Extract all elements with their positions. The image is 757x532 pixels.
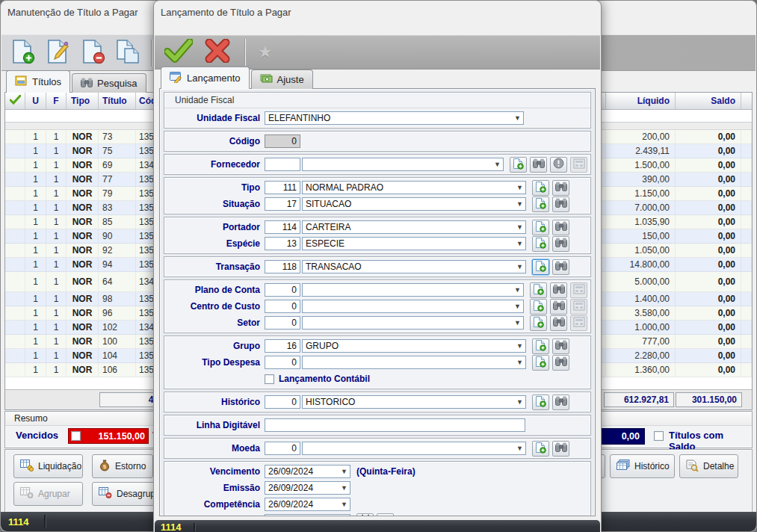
new-record-button[interactable] bbox=[530, 282, 547, 298]
search-button[interactable] bbox=[552, 220, 569, 235]
grupo-combo[interactable]: GRUPO▼ bbox=[302, 339, 526, 353]
tab-pesquisa[interactable]: Pesquisa bbox=[72, 73, 146, 93]
lancamento-contabil-checkbox[interactable] bbox=[265, 374, 274, 384]
tipo-combo[interactable]: NORMAL PADRAO▼ bbox=[302, 181, 526, 194]
emissao-combo[interactable]: 26/09/2024▼ bbox=[265, 481, 350, 495]
transacao-code-field[interactable] bbox=[265, 260, 300, 273]
historico-combo[interactable]: HISTORICO▼ bbox=[302, 395, 526, 409]
unidade-fiscal-combo[interactable]: ELEFANTINHO▼ bbox=[265, 111, 524, 125]
fornecedor-code-field[interactable] bbox=[265, 158, 300, 171]
chevron-down-icon: ▼ bbox=[516, 241, 523, 247]
valor-field[interactable] bbox=[265, 514, 350, 516]
cell-tipo: NOR bbox=[67, 306, 99, 321]
fornecedor-combo[interactable]: ▼ bbox=[302, 158, 504, 171]
search-button[interactable] bbox=[552, 395, 569, 410]
delete-record-button[interactable] bbox=[78, 37, 108, 69]
linha-digitavel-field[interactable] bbox=[265, 418, 525, 432]
new-record-button[interactable] bbox=[530, 299, 547, 315]
cell-u: 1 bbox=[25, 321, 46, 335]
modal-toolbar-separator bbox=[244, 39, 246, 66]
tab-ajuste[interactable]: Ajuste bbox=[251, 69, 313, 89]
column-header-f[interactable]: F bbox=[46, 93, 67, 109]
search-button[interactable] bbox=[550, 315, 567, 331]
situacao-code-field[interactable] bbox=[265, 197, 300, 211]
portador-combo[interactable]: CARTEIRA▼ bbox=[302, 220, 526, 234]
column-header-titulo[interactable]: Título bbox=[99, 93, 136, 109]
cell-titulo: 64 bbox=[99, 272, 136, 292]
portador-code-field[interactable] bbox=[265, 220, 300, 234]
centro-de-custo-code-field[interactable] bbox=[265, 300, 300, 313]
edit-record-button[interactable] bbox=[43, 37, 72, 69]
column-header-saldo[interactable]: Saldo bbox=[676, 93, 741, 109]
centro-de-custo-combo[interactable]: ▼ bbox=[302, 300, 524, 313]
moeda-code-field[interactable] bbox=[265, 442, 300, 455]
confirm-button[interactable] bbox=[164, 37, 194, 68]
new-record-button[interactable] bbox=[530, 315, 547, 331]
new-record-focused-button[interactable] bbox=[532, 259, 549, 275]
search-button[interactable] bbox=[552, 236, 569, 252]
cell-f: 1 bbox=[46, 215, 67, 229]
vencimento-combo[interactable]: 26/09/2024▼ bbox=[265, 465, 350, 478]
historico-button[interactable]: Histórico bbox=[610, 454, 675, 478]
search-button[interactable] bbox=[552, 197, 569, 212]
copy-record-icon bbox=[114, 38, 141, 68]
search-button[interactable] bbox=[550, 299, 567, 315]
new-record-button[interactable] bbox=[532, 197, 549, 212]
new-record-button[interactable] bbox=[532, 441, 549, 457]
column-header-liquido[interactable]: Líquido bbox=[606, 93, 676, 109]
tipo-code-field[interactable] bbox=[265, 181, 300, 194]
cell-sal: 0,00 bbox=[676, 201, 741, 215]
new-record-button[interactable] bbox=[532, 338, 549, 354]
especie-code-field[interactable] bbox=[265, 237, 300, 250]
tipo-despesa-code-field[interactable] bbox=[265, 356, 300, 369]
alert-button[interactable] bbox=[550, 157, 567, 173]
calendar-button[interactable]: 15 bbox=[356, 513, 374, 517]
grupo-code-field[interactable] bbox=[265, 339, 300, 353]
fornecedor-label: Fornecedor bbox=[167, 159, 263, 170]
estorno-button[interactable]: $ Estorno bbox=[92, 454, 153, 478]
linha-digitavel-row: Linha Digitável bbox=[167, 417, 587, 433]
plano-de-conta-combo[interactable]: ▼ bbox=[302, 283, 524, 297]
setor-code-field[interactable] bbox=[265, 316, 300, 330]
moeda-combo[interactable]: ▼ bbox=[302, 442, 526, 455]
vencidos-checkbox[interactable] bbox=[71, 431, 81, 441]
cell-sal: 0,00 bbox=[676, 244, 741, 258]
cell-sp bbox=[741, 272, 752, 292]
new-record-button[interactable] bbox=[7, 37, 37, 69]
search-button[interactable] bbox=[530, 157, 547, 173]
column-header-u[interactable]: U bbox=[25, 93, 46, 109]
search-button[interactable] bbox=[552, 441, 569, 457]
situacao-combo[interactable]: SITUACAO▼ bbox=[302, 197, 526, 211]
desagrupar-button[interactable]: Desagrupar bbox=[92, 482, 159, 506]
search-button[interactable] bbox=[552, 180, 569, 196]
clear-broom-button[interactable] bbox=[377, 513, 394, 517]
new-record-button[interactable] bbox=[510, 157, 527, 173]
cell-sel bbox=[5, 201, 25, 215]
search-button[interactable] bbox=[552, 355, 569, 371]
transacao-combo[interactable]: TRANSACAO▼ bbox=[302, 260, 526, 273]
new-record-button[interactable] bbox=[532, 395, 549, 410]
detalhe-button[interactable]: Detalhe bbox=[679, 454, 738, 478]
especie-combo[interactable]: ESPECIE▼ bbox=[302, 237, 526, 250]
new-record-button[interactable] bbox=[532, 180, 549, 196]
tipo-despesa-combo[interactable]: ▼ bbox=[302, 356, 526, 369]
column-header-tipo[interactable]: Tipo bbox=[67, 93, 99, 109]
new-record-button[interactable] bbox=[532, 220, 549, 235]
new-record-button[interactable] bbox=[532, 236, 549, 252]
titulos-com-saldo-checkbox[interactable] bbox=[654, 431, 664, 441]
plano-de-conta-code-field[interactable] bbox=[265, 283, 300, 297]
competencia-combo[interactable]: 26/09/2024▼ bbox=[265, 498, 350, 511]
setor-combo[interactable]: ▼ bbox=[302, 316, 524, 330]
tab-lancamento[interactable]: Lançamento bbox=[161, 66, 250, 89]
historico-code-field[interactable] bbox=[265, 395, 300, 409]
cancel-button[interactable] bbox=[203, 37, 232, 68]
favorite-star-icon[interactable]: ★ bbox=[258, 43, 273, 62]
new-record-button[interactable] bbox=[532, 355, 549, 371]
search-button[interactable] bbox=[552, 259, 569, 275]
column-header-sel[interactable] bbox=[5, 93, 25, 109]
tab-titulos[interactable]: Títulos bbox=[6, 70, 70, 93]
search-button[interactable] bbox=[550, 282, 567, 298]
search-button[interactable] bbox=[552, 338, 569, 354]
copy-record-button[interactable] bbox=[113, 37, 143, 69]
liquidacao-button[interactable]: Liquidação bbox=[13, 454, 83, 478]
